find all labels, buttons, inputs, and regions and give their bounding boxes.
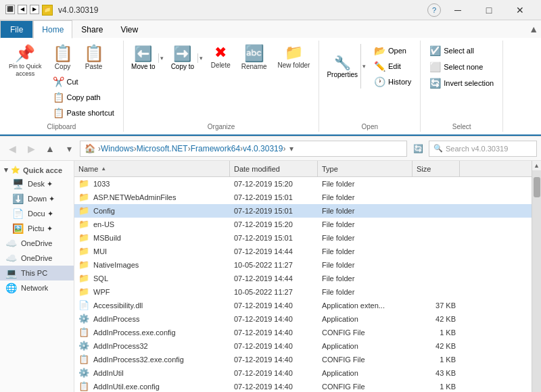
sidebar-item-onedrive1[interactable]: ☁️ OneDrive — [0, 236, 74, 251]
back-button[interactable]: ◀ — [4, 141, 20, 157]
properties-icon: 🔧 — [334, 55, 351, 71]
sidebar-item-onedrive2[interactable]: ☁️ OneDrive — [0, 251, 74, 266]
select-group: ☑️ Select all ⬜ Select none 🔄 Invert sel… — [421, 41, 503, 132]
new-folder-button[interactable]: 📁 New folder — [273, 43, 315, 72]
scroll-up-button[interactable]: ▲ — [532, 161, 542, 170]
table-row[interactable]: 📋AddInProcess32.exe.config07-12-2019 14:… — [74, 353, 532, 366]
properties-dropdown[interactable]: ▾ — [360, 44, 367, 89]
help-button[interactable]: ? — [427, 3, 441, 17]
copy-button[interactable]: 📋 Copy — [48, 43, 78, 72]
path-framework64[interactable]: Framework64 — [191, 144, 240, 153]
address-dropdown[interactable]: ▾ — [285, 144, 298, 153]
ribbon-content: 📌 Pin to Quickaccess 📋 Copy 📋 Paste — [0, 38, 541, 136]
delete-button[interactable]: ✖ Delete — [206, 43, 235, 71]
sidebar-item-network[interactable]: 🌐 Network — [0, 280, 74, 295]
move-to-button[interactable]: ⬅️ Move to ▾ — [128, 43, 166, 73]
header-date[interactable]: Date modified — [230, 161, 318, 176]
table-row[interactable]: 📁MUI07-12-2019 14:44File folder — [74, 245, 532, 258]
quick-access-header[interactable]: ▾ ⭐ Quick acce — [0, 164, 74, 176]
edit-button[interactable]: ✏️ Edit — [369, 59, 416, 74]
clipboard-group: 📌 Pin to Quickaccess 📋 Copy 📋 Paste — [0, 41, 124, 132]
properties-main[interactable]: 🔧 Properties — [324, 53, 360, 80]
address-bar[interactable]: 🏠 › Windows › Microsoft.NET › Framework6… — [80, 141, 407, 157]
file-type: CONFIG File — [318, 383, 413, 391]
tab-view[interactable]: View — [112, 20, 147, 38]
file-icon: 📁 — [78, 178, 89, 189]
sidebar-item-pictures[interactable]: 🖼️ Pictu ✦ — [0, 221, 74, 236]
tab-home[interactable]: Home — [33, 20, 72, 39]
file-name: 1033 — [93, 180, 110, 188]
table-row[interactable]: 📁WPF10-05-2022 11:27File folder — [74, 285, 532, 299]
properties-button[interactable]: 🔧 Properties ▾ — [323, 43, 368, 89]
file-icon: 📁 — [78, 273, 89, 283]
table-row[interactable]: ⚙️AddInProcess07-12-2019 14:40Applicatio… — [74, 312, 532, 326]
path-windows[interactable]: Windows — [101, 144, 134, 153]
table-row[interactable]: 📁NativeImages10-05-2022 11:27File folder — [74, 258, 532, 272]
cut-button[interactable]: ✂️ Cut — [48, 74, 119, 89]
header-type[interactable]: Type — [318, 161, 413, 176]
sidebar-item-desktop[interactable]: 🖥️ Desk ✦ — [0, 176, 74, 191]
file-icon: 📁 — [78, 246, 89, 256]
file-name-cell: ⚙️AddInProcess32 — [74, 341, 230, 351]
move-to-main[interactable]: ⬅️ Move to — [128, 44, 158, 72]
copy-path-button[interactable]: 📋 Copy path — [48, 90, 119, 105]
file-list[interactable]: 📁103307-12-2019 15:20File folder📁ASP.NET… — [74, 177, 532, 392]
table-row[interactable]: ⚙️AddInProcess3207-12-2019 14:40Applicat… — [74, 339, 532, 353]
table-row[interactable]: 📋AddInProcess.exe.config07-12-2019 14:40… — [74, 326, 532, 339]
organize-buttons: ⬅️ Move to ▾ ➡️ Copy to ▾ ✖ Delete — [128, 42, 315, 122]
tab-share[interactable]: Share — [72, 20, 112, 38]
paste-shortcut-button[interactable]: 📋 Paste shortcut — [48, 105, 119, 120]
invert-selection-button[interactable]: 🔄 Invert selection — [425, 76, 498, 91]
file-name-cell: 📁1033 — [74, 178, 230, 189]
up-button[interactable]: ▲ — [42, 141, 58, 157]
refresh-button[interactable]: 🔄 — [410, 141, 426, 157]
new-folder-icon: 📁 — [285, 45, 303, 60]
scroll-track[interactable] — [532, 170, 542, 392]
title-bar: ⬛ ◀ ▶ 📁 v4.0.30319 ? ─ □ ✕ — [0, 0, 541, 20]
select-all-button[interactable]: ☑️ Select all — [425, 43, 479, 58]
move-to-dropdown[interactable]: ▾ — [158, 53, 165, 63]
search-box[interactable]: 🔍 Search v4.0.30319 — [429, 141, 537, 157]
header-name[interactable]: Name ▲ — [74, 161, 230, 176]
table-row[interactable]: 📄Accessibility.dll07-12-2019 14:40Applic… — [74, 299, 532, 312]
pin-to-quick-button[interactable]: 📌 Pin to Quickaccess — [4, 43, 47, 80]
clipboard-label: Clipboard — [47, 122, 76, 130]
scroll-thumb[interactable] — [534, 177, 540, 197]
minimize-button[interactable]: ─ — [442, 0, 473, 20]
copy-to-main[interactable]: ➡️ Copy to — [168, 44, 197, 72]
table-row[interactable]: ⚙️AddInUtil07-12-2019 14:40Application43… — [74, 366, 532, 380]
copy-to-dropdown[interactable]: ▾ — [197, 53, 204, 63]
table-row[interactable]: 📁103307-12-2019 15:20File folder — [74, 177, 532, 191]
file-icon: ⚙️ — [78, 341, 89, 351]
recent-button[interactable]: ▾ — [61, 141, 77, 157]
table-row[interactable]: 📁en-US07-12-2019 15:20File folder — [74, 218, 532, 231]
history-button[interactable]: 🕐 History — [369, 74, 416, 89]
right-scrollbar[interactable]: ▲ ▼ — [532, 161, 541, 392]
table-row[interactable]: 📋AddInUtil.exe.config07-12-2019 14:40CON… — [74, 380, 532, 392]
header-size[interactable]: Size — [413, 161, 460, 176]
paste-button[interactable]: 📋 Paste — [79, 43, 109, 72]
thispc-icon: 💻 — [5, 268, 17, 278]
sidebar-item-downloads[interactable]: ⬇️ Down ✦ — [0, 191, 74, 206]
sidebar-item-thispc[interactable]: 💻 This PC — [0, 266, 74, 280]
paste-icon: 📋 — [84, 45, 104, 62]
forward-button[interactable]: ▶ — [23, 141, 39, 157]
file-date: 07-12-2019 14:40 — [230, 356, 318, 364]
copy-to-button[interactable]: ➡️ Copy to ▾ — [167, 43, 205, 73]
table-row[interactable]: 📁ASP.NETWebAdminFiles07-12-2019 15:01Fil… — [74, 191, 532, 204]
file-icon: 📁 — [78, 205, 89, 216]
maximize-button[interactable]: □ — [473, 0, 504, 20]
path-microsoftnet[interactable]: Microsoft.NET — [137, 144, 188, 153]
rename-button[interactable]: 🔤 Rename — [237, 43, 272, 72]
table-row[interactable]: 📁MSBuild07-12-2019 15:01File folder — [74, 231, 532, 245]
close-button[interactable]: ✕ — [504, 0, 536, 20]
table-row[interactable]: 📁Config07-12-2019 15:01File folder — [74, 204, 532, 218]
select-none-button[interactable]: ⬜ Select none — [425, 59, 488, 74]
tab-file[interactable]: File — [0, 20, 33, 39]
table-row[interactable]: 📁SQL07-12-2019 14:44File folder — [74, 272, 532, 285]
file-icon: 📋 — [78, 327, 89, 337]
open-button[interactable]: 📂 Open — [369, 43, 416, 58]
sidebar-item-documents[interactable]: 📄 Docu ✦ — [0, 206, 74, 221]
path-version[interactable]: v4.0.30319 — [243, 144, 283, 153]
ribbon-collapse-button[interactable]: ▲ — [529, 24, 538, 34]
